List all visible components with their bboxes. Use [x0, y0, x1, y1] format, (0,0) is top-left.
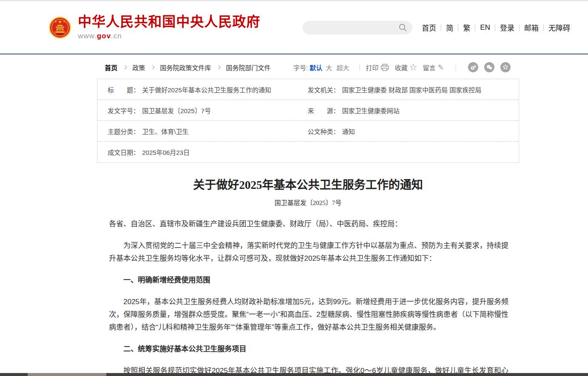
nav-simplified[interactable]: 简 [446, 22, 453, 33]
article-paragraph: 2025年，基本公共卫生服务经费人均财政补助标准增加5元，达到99元。新增经费用… [109, 296, 508, 334]
nav-english[interactable]: EN [480, 23, 490, 32]
meta-label-issuing-agency: 发文机关： [308, 85, 340, 94]
nav-separator [543, 24, 544, 31]
favorite-label: 收藏 [395, 63, 408, 72]
breadcrumb-home[interactable]: 首页 [105, 63, 117, 72]
meta-label-source: 来 源： [308, 106, 340, 115]
svg-text:★: ★ [55, 20, 57, 23]
url-gov: gov [97, 32, 111, 40]
section-heading: 一、明确新增经费使用范围 [109, 274, 508, 287]
nav-mail[interactable]: 邮箱 [524, 22, 539, 33]
nav-accessibility[interactable]: 无障碍 [548, 22, 570, 33]
meta-value-doc-type: 通知 [342, 127, 355, 136]
nav-separator [475, 24, 475, 31]
meta-value-title: 关于做好2025年基本公共卫生服务工作的通知 [142, 85, 271, 94]
pencil-icon: ✎ [438, 64, 444, 71]
chevron-right-icon [151, 65, 155, 69]
article-body: 各省、自治区、直辖市及新疆生产建设兵团卫生健康委、财政厅（局）、中医药局、疾控局… [97, 218, 519, 376]
svg-text:★: ★ [63, 20, 65, 23]
top-nav: 首页 简 繁 EN 登录 邮箱 无障碍 [422, 22, 570, 33]
meta-row: 成文日期： 2025年06月23日 [97, 142, 519, 162]
main-content: 首页 政策 国务院政策文件库 国务院部门文件 字号: 默认 大 超大 打印 [97, 62, 519, 376]
breadcrumb-policy[interactable]: 政策 [132, 63, 145, 72]
nav-separator [495, 24, 495, 31]
url-prefix: www. [78, 32, 97, 40]
nav-login[interactable]: 登录 [500, 22, 514, 33]
site-url: www.gov.cn [78, 32, 260, 40]
comment-label: 留言 [423, 63, 436, 72]
site-header: ★ ★ ★ 中华人民共和国中央人民政府 www.gov.cn 首页 [0, 1, 588, 54]
favorite-button[interactable]: 收藏 ☆ [395, 63, 417, 72]
toolbar-separator [456, 64, 456, 71]
print-button[interactable]: 打印 [366, 63, 389, 72]
font-size-large[interactable]: 大 [326, 63, 332, 72]
meta-label-doc-number: 发文字号： [108, 106, 140, 115]
wechat-share-icon[interactable] [484, 62, 494, 72]
article-salutation: 各省、自治区、直辖市及新疆生产建设兵团卫生健康委、财政厅（局）、中医药局、疾控局… [109, 218, 508, 231]
scrollbar-thumb[interactable] [28, 373, 106, 376]
meta-value-doc-number: 国卫基层发〔2025〕7号 [142, 106, 211, 115]
search-box[interactable] [303, 21, 412, 34]
nav-separator [458, 24, 458, 31]
meta-row: 发文字号： 国卫基层发〔2025〕7号 来 源： 国家卫生健康委网站 [97, 100, 519, 121]
breadcrumb-policy-library[interactable]: 国务院政策文件库 [160, 63, 211, 72]
meta-row: 标 题： 关于做好2025年基本公共卫生服务工作的通知 发文机关： 国家卫生健康… [97, 79, 519, 100]
breadcrumb: 首页 政策 国务院政策文件库 国务院部门文件 [105, 63, 271, 72]
meta-label-doc-type: 公文种类： [308, 127, 340, 136]
meta-value-date: 2025年06月23日 [142, 148, 190, 157]
meta-value-topic-category: 卫生、体育\卫生 [142, 127, 188, 136]
weibo-share-icon[interactable] [468, 62, 478, 72]
site-title: 中华人民共和国中央人民政府 [78, 14, 260, 29]
meta-value-issuing-agency: 国家卫生健康委 财政部 国家中医药局 国家疾控局 [342, 85, 482, 94]
breadcrumb-department-docs[interactable]: 国务院部门文件 [226, 63, 271, 72]
meta-label-date: 成文日期： [108, 148, 140, 157]
toolbar-separator [360, 64, 360, 71]
nav-separator [441, 24, 441, 31]
chevron-right-icon [217, 65, 221, 69]
section-heading: 二、统筹实施好基本公共卫生服务项目 [109, 343, 508, 356]
article-doc-number: 国卫基层发〔2025〕7号 [97, 198, 519, 207]
comment-button[interactable]: 留言 ✎ [423, 63, 444, 72]
star-icon: ☆ [410, 64, 417, 71]
font-size-label: 字号: [293, 63, 308, 72]
document-toolbar: 字号: 默认 大 超大 打印 收藏 ☆ 留言 ✎ [293, 62, 511, 72]
meta-row: 主题分类： 卫生、体育\卫生 公文种类： 通知 [97, 121, 519, 142]
share-buttons [462, 62, 511, 72]
article-title: 关于做好2025年基本公共卫生服务工作的通知 [97, 176, 519, 192]
nav-traditional[interactable]: 繁 [463, 22, 470, 33]
printer-icon [381, 64, 389, 71]
share-more-icon[interactable] [500, 62, 511, 72]
nav-separator [519, 24, 519, 31]
national-emblem-icon: ★ ★ ★ [49, 17, 71, 39]
url-suffix: .cn [111, 32, 122, 40]
svg-text:★: ★ [58, 20, 62, 24]
header-divider [0, 54, 588, 54]
article-paragraph: 为深入贯彻党的二十届三中全会精神，落实新时代党的卫生与健康工作方针中以基层为重点… [109, 239, 508, 265]
horizontal-scrollbar[interactable] [0, 373, 588, 376]
meta-label-topic-category: 主题分类： [108, 127, 140, 136]
document-meta-table: 标 题： 关于做好2025年基本公共卫生服务工作的通知 发文机关： 国家卫生健康… [97, 79, 519, 163]
search-icon[interactable] [399, 23, 407, 32]
site-logo[interactable]: ★ ★ ★ 中华人民共和国中央人民政府 www.gov.cn [49, 14, 260, 40]
meta-value-source: 国家卫生健康委网站 [342, 106, 400, 115]
meta-label-title: 标 题： [108, 85, 140, 94]
nav-home[interactable]: 首页 [422, 22, 436, 33]
font-size-xlarge[interactable]: 超大 [337, 63, 349, 72]
print-label: 打印 [366, 63, 379, 72]
font-size-default[interactable]: 默认 [310, 63, 323, 72]
search-input[interactable] [309, 22, 399, 34]
chevron-right-icon [123, 65, 127, 69]
